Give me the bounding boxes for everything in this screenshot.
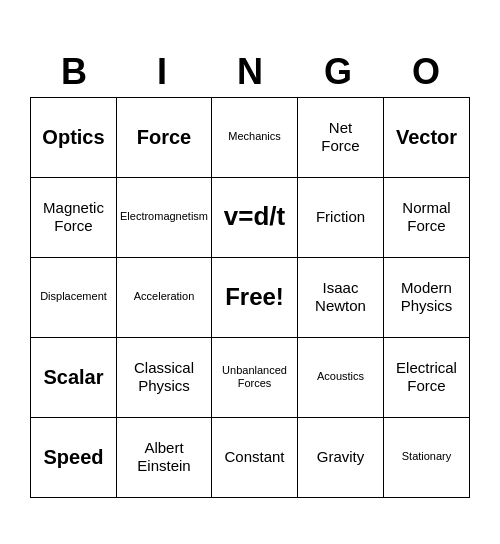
- cell-r2-c1: Acceleration: [117, 258, 212, 338]
- cell-r4-c3: Gravity: [298, 418, 384, 498]
- cell-r4-c1: AlbertEinstein: [117, 418, 212, 498]
- cell-r1-c2: v=d/t: [212, 178, 298, 258]
- bingo-header: BINGO: [30, 47, 470, 97]
- cell-r2-c0: Displacement: [31, 258, 117, 338]
- cell-r1-c1: Electromagnetism: [117, 178, 212, 258]
- cell-r1-c0: MagneticForce: [31, 178, 117, 258]
- header-letter: G: [294, 47, 382, 97]
- cell-r3-c1: ClassicalPhysics: [117, 338, 212, 418]
- bingo-grid: OpticsForceMechanicsNetForceVectorMagnet…: [30, 97, 470, 498]
- header-letter: B: [30, 47, 118, 97]
- cell-r3-c2: UnbanlancedForces: [212, 338, 298, 418]
- header-letter: I: [118, 47, 206, 97]
- cell-r0-c0: Optics: [31, 98, 117, 178]
- cell-r2-c4: ModernPhysics: [384, 258, 470, 338]
- cell-r0-c3: NetForce: [298, 98, 384, 178]
- cell-r4-c4: Stationary: [384, 418, 470, 498]
- cell-r4-c2: Constant: [212, 418, 298, 498]
- cell-r0-c1: Force: [117, 98, 212, 178]
- cell-r2-c2: Free!: [212, 258, 298, 338]
- header-letter: N: [206, 47, 294, 97]
- cell-r4-c0: Speed: [31, 418, 117, 498]
- cell-r0-c4: Vector: [384, 98, 470, 178]
- bingo-card: BINGO OpticsForceMechanicsNetForceVector…: [20, 37, 480, 508]
- cell-r1-c4: NormalForce: [384, 178, 470, 258]
- cell-r2-c3: IsaacNewton: [298, 258, 384, 338]
- cell-r3-c0: Scalar: [31, 338, 117, 418]
- cell-r0-c2: Mechanics: [212, 98, 298, 178]
- cell-r3-c4: ElectricalForce: [384, 338, 470, 418]
- header-letter: O: [382, 47, 470, 97]
- cell-r3-c3: Acoustics: [298, 338, 384, 418]
- cell-r1-c3: Friction: [298, 178, 384, 258]
